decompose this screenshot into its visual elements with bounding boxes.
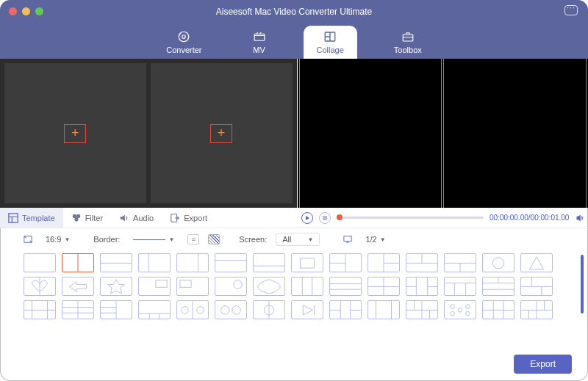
template-item[interactable] (520, 253, 553, 272)
tab-audio[interactable]: Audio (111, 208, 162, 228)
slider-knob (337, 214, 343, 220)
ratio-select[interactable]: 16:9▼ (41, 233, 74, 245)
template-item[interactable] (62, 253, 94, 272)
screen-value: All (282, 235, 291, 244)
collage-edit-area: + + (0, 59, 297, 208)
chevron-down-icon: ▼ (380, 236, 386, 243)
template-item[interactable] (24, 277, 56, 296)
template-item[interactable] (176, 253, 209, 272)
template-item[interactable] (138, 300, 171, 319)
template-item[interactable] (291, 300, 323, 319)
sub-tabs: Template Filter Audio Export 00:00:00.00… (0, 208, 588, 228)
template-item[interactable] (215, 300, 247, 319)
svg-marker-15 (108, 280, 125, 294)
template-item[interactable] (215, 277, 247, 296)
toolbox-icon (401, 30, 415, 43)
collage-slot-2[interactable]: + (151, 63, 293, 203)
template-item[interactable] (100, 253, 132, 272)
screen-select[interactable]: All▼ (276, 233, 320, 246)
playback-time: 00:00:00.00/00:00:01.00 (490, 214, 569, 222)
screen-label: Screen: (239, 235, 267, 244)
nav-collage[interactable]: Collage (304, 26, 357, 59)
template-item[interactable] (215, 253, 247, 272)
stop-icon (323, 216, 327, 220)
template-item[interactable] (444, 253, 476, 272)
template-item[interactable] (520, 300, 553, 319)
template-item[interactable] (138, 277, 171, 296)
template-item[interactable] (329, 300, 362, 319)
template-item[interactable] (100, 300, 132, 319)
svg-rect-5 (9, 213, 18, 222)
template-item[interactable] (482, 253, 514, 272)
template-item[interactable] (176, 300, 209, 319)
template-item[interactable] (138, 253, 171, 272)
tab-export[interactable]: Export (162, 208, 215, 228)
template-item[interactable] (482, 277, 514, 296)
svg-marker-13 (529, 257, 543, 269)
svg-point-25 (451, 305, 455, 309)
filter-icon (71, 213, 82, 223)
window-title: Aiseesoft Mac Video Converter Ultimate (0, 7, 588, 17)
playback-controls: 00:00:00.00/00:00:01.00 (301, 208, 585, 228)
preview-area (297, 59, 589, 208)
grid-scrollbar[interactable] (581, 255, 584, 313)
template-item[interactable] (176, 277, 209, 296)
converter-icon (176, 30, 191, 43)
svg-rect-2 (254, 34, 265, 40)
template-item[interactable] (291, 253, 323, 272)
template-item[interactable] (62, 300, 94, 319)
svg-point-12 (492, 258, 503, 269)
template-item[interactable] (406, 253, 438, 272)
border-color-button[interactable] (208, 234, 220, 244)
template-item[interactable] (520, 277, 553, 296)
border-width-button[interactable]: ≡ (187, 234, 199, 244)
template-item[interactable] (368, 277, 400, 296)
border-style-select[interactable]: ▼ (129, 235, 179, 244)
template-item[interactable] (62, 277, 94, 296)
template-item[interactable] (329, 253, 362, 272)
nav-label: MV (253, 46, 265, 54)
monitor-icon (343, 235, 352, 244)
ratio-value: 16:9 (46, 235, 61, 244)
template-item[interactable] (368, 253, 400, 272)
template-item[interactable] (291, 277, 323, 296)
export-button[interactable]: Export (514, 355, 572, 374)
footer: Export (514, 355, 572, 374)
template-item[interactable] (100, 277, 132, 296)
feedback-icon[interactable] (564, 5, 578, 15)
template-item[interactable] (329, 277, 362, 296)
svg-point-28 (466, 311, 470, 316)
template-item[interactable] (253, 253, 285, 272)
volume-icon[interactable] (575, 214, 585, 222)
tab-label: Export (184, 214, 207, 222)
nav-converter[interactable]: Converter (153, 26, 215, 59)
template-item[interactable] (253, 300, 285, 319)
template-item[interactable] (444, 277, 476, 296)
stop-button[interactable] (319, 212, 331, 224)
tab-template[interactable]: Template (0, 208, 63, 228)
nav-label: Toolbox (394, 46, 422, 54)
template-item[interactable] (444, 300, 476, 319)
template-item[interactable] (253, 277, 285, 296)
template-item[interactable] (24, 253, 56, 272)
template-item[interactable] (406, 277, 438, 296)
template-item[interactable] (406, 300, 438, 319)
svg-rect-17 (180, 280, 191, 288)
audio-icon (119, 213, 129, 223)
export-icon (170, 213, 180, 223)
titlebar: Aiseesoft Mac Video Converter Ultimate (0, 0, 588, 23)
template-item[interactable] (368, 300, 400, 319)
svg-rect-8 (344, 236, 351, 242)
play-button[interactable] (301, 212, 313, 224)
template-item[interactable] (24, 300, 56, 319)
collage-slot-1[interactable]: + (4, 63, 146, 203)
nav-toolbox[interactable]: Toolbox (381, 26, 435, 59)
nav-mv[interactable]: MV (239, 26, 280, 59)
svg-rect-11 (300, 258, 314, 268)
tab-filter[interactable]: Filter (63, 208, 111, 228)
border-line-preview (133, 239, 165, 240)
svg-point-22 (232, 306, 240, 314)
page-select[interactable]: 1/2▼ (361, 233, 390, 245)
playback-slider[interactable] (337, 217, 484, 219)
template-item[interactable] (482, 300, 514, 319)
